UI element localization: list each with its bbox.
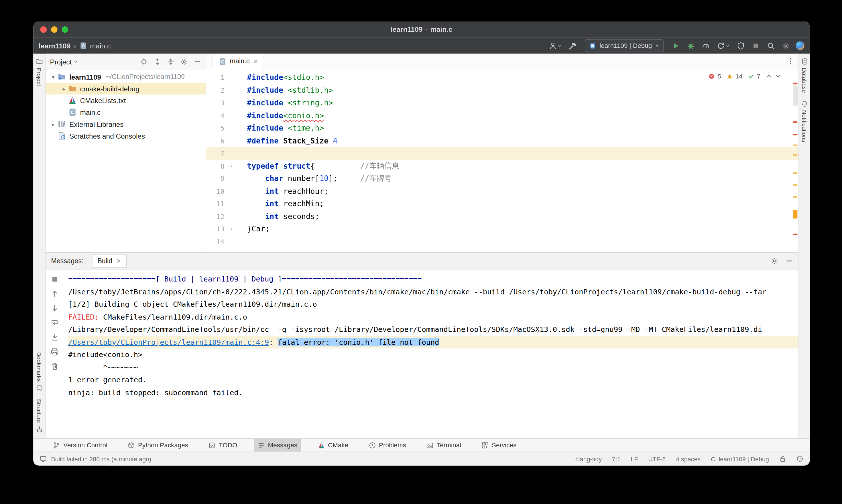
tree-item-main-c[interactable]: Cmain.c xyxy=(46,106,205,118)
settings-button[interactable] xyxy=(781,41,791,51)
stripe-database[interactable]: Database xyxy=(801,58,808,93)
tree-item-path: ~/CLionProjects/learn1109 xyxy=(106,73,185,80)
tool-tab-version-control[interactable]: Version Control xyxy=(50,439,111,452)
lock-icon[interactable] xyxy=(779,455,786,462)
user-menu-button[interactable] xyxy=(548,41,563,51)
tool-tab-messages[interactable]: Messages xyxy=(254,439,301,452)
chevron-down-icon[interactable] xyxy=(74,59,78,64)
run-config-selector[interactable]: learn1109 | Debug xyxy=(585,39,664,52)
stop-button[interactable] xyxy=(751,41,761,51)
hide-icon[interactable] xyxy=(786,257,793,265)
tab-options-button[interactable] xyxy=(787,57,794,65)
expand-all-button[interactable] xyxy=(154,58,161,66)
status-item-clang-tidy[interactable]: .clang-tidy xyxy=(574,456,602,462)
code-line-9: 9 char number[10]; //车牌号 xyxy=(206,173,799,185)
fold-spacer xyxy=(225,210,238,223)
chevron-right-icon[interactable]: ▸ xyxy=(49,121,57,127)
chevron-down-icon[interactable]: ▾ xyxy=(49,74,57,80)
project-tree[interactable]: ▾learn1109~/CLionProjects/learn1109▸cmak… xyxy=(46,70,205,253)
svg-text:C: C xyxy=(82,43,85,48)
code-with-me-button[interactable] xyxy=(796,41,805,50)
scrollbar-thumb[interactable] xyxy=(793,85,798,106)
status-item-lf[interactable]: LF xyxy=(631,456,638,462)
stripe-notifications[interactable]: Notifications xyxy=(801,101,808,142)
search-everywhere-button[interactable] xyxy=(766,41,776,51)
tab-main-c[interactable]: C main.c xyxy=(213,54,264,69)
warning-icon xyxy=(726,73,733,79)
run-button[interactable] xyxy=(671,41,681,51)
editor-lines: 1#include<stdio.h>2#include <stdlib.h>3#… xyxy=(206,69,799,248)
collapse-all-button[interactable] xyxy=(167,58,175,66)
tool-tab-python-packages[interactable]: Python Packages xyxy=(124,439,192,452)
run-with-coverage-button[interactable] xyxy=(716,41,731,51)
soft-wrap-button[interactable] xyxy=(50,319,59,327)
inspections-widget[interactable]: 5 14 7 xyxy=(706,72,783,80)
stripe-structure-label: Structure xyxy=(36,399,43,423)
profile-button[interactable] xyxy=(701,41,711,51)
status-item-c-learn1109-debug[interactable]: C: learn1109 | Debug xyxy=(711,456,769,462)
next-message-button[interactable] xyxy=(50,304,59,312)
prev-message-button[interactable] xyxy=(50,289,59,298)
tree-item-scratches-and-consoles[interactable]: Scratches and Consoles xyxy=(46,130,205,142)
line-number: 7 xyxy=(206,147,225,160)
debug-button[interactable] xyxy=(686,41,696,51)
fold-marker-icon[interactable]: ▴ xyxy=(225,223,238,235)
tool-tab-problems[interactable]: Problems xyxy=(365,439,410,452)
tool-tab-todo[interactable]: TODO xyxy=(205,439,241,452)
stripe-bookmarks[interactable]: Bookmarks xyxy=(36,353,43,392)
stop-button[interactable] xyxy=(50,275,59,284)
ide-content: Project Bookmarks Structure xyxy=(33,54,810,466)
tool-tab-terminal[interactable]: Terminal xyxy=(423,439,465,452)
build-button[interactable] xyxy=(568,41,578,51)
clear-all-button[interactable] xyxy=(50,362,59,371)
tool-tab-services[interactable]: Services xyxy=(478,439,520,452)
stripe-project[interactable]: Project xyxy=(36,58,43,86)
code-editor[interactable]: 1#include<stdio.h>2#include <stdlib.h>3#… xyxy=(206,69,799,252)
breadcrumb-project[interactable]: learn1109 xyxy=(39,41,70,50)
event-log-icon[interactable] xyxy=(40,455,47,462)
stripe-structure[interactable]: Structure xyxy=(36,399,43,433)
tree-item-cmakelists-txt[interactable]: CMakeLists.txt xyxy=(46,94,205,106)
typo-assistant-icon[interactable] xyxy=(796,455,803,462)
status-item-4-spaces[interactable]: 4 spaces xyxy=(676,456,700,462)
options-button[interactable] xyxy=(180,58,188,66)
tool-window-bar: Version ControlPython PackagesTODOMessag… xyxy=(33,438,810,452)
close-icon[interactable] xyxy=(253,58,258,64)
user-icon xyxy=(549,41,557,50)
status-item-utf-8[interactable]: UTF-8 xyxy=(648,456,666,462)
build-tab-label: Build xyxy=(97,257,112,265)
messages-header: Messages: Build xyxy=(46,253,799,269)
code-text: #include <string.h> xyxy=(238,97,799,109)
check-icon xyxy=(748,73,754,79)
tree-item-cmake-build-debug[interactable]: ▸cmake-build-debug xyxy=(46,83,205,94)
attach-process-button[interactable] xyxy=(736,41,746,51)
next-problem-button[interactable] xyxy=(775,73,782,79)
breadcrumb-file[interactable]: main.c xyxy=(90,41,110,50)
code-text: }Car; xyxy=(238,223,799,235)
print-button[interactable] xyxy=(50,347,59,356)
error-stripe[interactable] xyxy=(792,69,799,252)
fold-marker-icon[interactable]: ▾ xyxy=(225,160,238,173)
code-text: int seconds; xyxy=(238,210,799,223)
tab-build[interactable]: Build xyxy=(92,254,127,268)
code-line-7: 7 xyxy=(206,147,799,160)
status-message[interactable]: Build failed in 280 ms (a minute ago) xyxy=(51,456,151,462)
build-console[interactable]: ====================[ Build | learn1109 … xyxy=(64,269,799,438)
gear-icon[interactable] xyxy=(771,257,778,265)
status-widgets: .clang-tidy7:1LFUTF-84 spacesC: learn110… xyxy=(574,455,803,462)
title-bar[interactable]: learn1109 – main.c xyxy=(33,21,810,37)
project-panel-title[interactable]: Project xyxy=(50,58,72,66)
right-tool-stripe: Database Notifications xyxy=(799,54,810,438)
scroll-to-end-button[interactable] xyxy=(50,333,59,342)
tool-tab-cmake[interactable]: CMake xyxy=(314,439,352,452)
tree-item-external-libraries[interactable]: ▸External Libraries xyxy=(46,118,205,130)
tree-item-learn1109[interactable]: ▾learn1109~/CLionProjects/learn1109 xyxy=(46,71,205,83)
chevron-right-icon[interactable]: ▸ xyxy=(59,86,68,92)
hide-button[interactable] xyxy=(194,58,201,66)
locate-button[interactable] xyxy=(140,58,147,66)
close-icon[interactable] xyxy=(116,258,122,264)
status-item-7-1[interactable]: 7:1 xyxy=(612,456,621,462)
prev-problem-button[interactable] xyxy=(766,73,772,79)
error-file-link[interactable]: /Users/toby/CLionProjects/learn1109/main… xyxy=(68,337,269,346)
tool-tab-label: Problems xyxy=(379,441,406,449)
